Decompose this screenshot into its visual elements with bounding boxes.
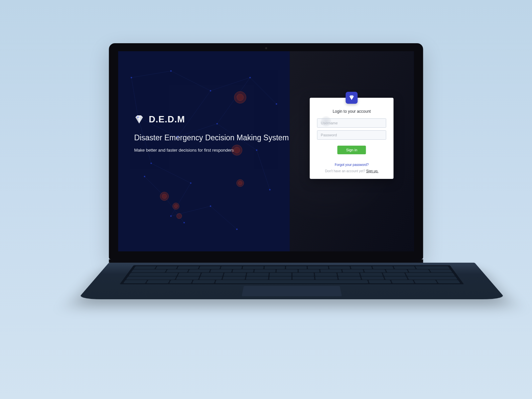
svg-point-45	[184, 222, 185, 223]
brand-row: D.E.D.M	[134, 114, 290, 125]
svg-point-41	[210, 205, 211, 207]
svg-line-14	[131, 77, 138, 117]
forgot-password-link[interactable]: Forgot your password?	[317, 163, 386, 167]
keyboard-keys	[119, 265, 464, 285]
laptop-keyboard	[77, 263, 506, 299]
svg-line-9	[171, 206, 210, 216]
svg-line-10	[210, 206, 237, 229]
laptop-screen-bezel: D.E.D.M Disaster Emergency Decision Maki…	[109, 43, 423, 259]
username-input[interactable]	[317, 118, 386, 128]
signup-link[interactable]: Sign up.	[366, 169, 378, 173]
svg-line-3	[250, 77, 276, 104]
svg-point-43	[269, 189, 270, 190]
page-tagline: Make better and faster decisions for fir…	[134, 148, 290, 153]
svg-point-32	[249, 77, 251, 78]
svg-marker-49	[135, 115, 143, 117]
login-badge-icon	[346, 92, 358, 104]
svg-point-26	[177, 213, 182, 219]
svg-point-22	[160, 192, 169, 200]
signin-button[interactable]: Sign in	[337, 146, 366, 154]
svg-line-17	[164, 196, 184, 222]
svg-line-1	[171, 71, 210, 90]
svg-marker-51	[349, 95, 354, 96]
svg-point-18	[234, 91, 246, 103]
laptop-trackpad	[242, 286, 342, 296]
svg-line-7	[151, 163, 191, 183]
svg-line-12	[178, 91, 210, 137]
svg-point-23	[162, 194, 167, 199]
svg-point-27	[236, 180, 244, 187]
svg-point-19	[237, 94, 243, 101]
brand-name: D.E.D.M	[149, 114, 185, 125]
svg-point-29	[131, 77, 132, 78]
svg-point-25	[174, 204, 178, 208]
signup-prompt: Don't have an account yet?	[325, 169, 366, 173]
svg-point-39	[190, 182, 191, 184]
login-panel: Login to your account Sign in Forgot you…	[290, 51, 414, 251]
laptop-mockup: D.E.D.M Disaster Emergency Decision Maki…	[109, 43, 423, 329]
page-headline: Disaster Emergency Decision Making Syste…	[134, 133, 290, 142]
svg-point-33	[276, 103, 277, 104]
svg-point-28	[238, 181, 242, 185]
laptop-screen: D.E.D.M Disaster Emergency Decision Maki…	[118, 51, 414, 251]
svg-line-2	[210, 77, 250, 91]
signup-row: Don't have an account yet? Sign up.	[317, 169, 386, 173]
password-input[interactable]	[317, 130, 386, 140]
svg-line-8	[171, 183, 191, 216]
svg-point-38	[150, 163, 152, 164]
app-login-screen: D.E.D.M Disaster Emergency Decision Maki…	[118, 51, 414, 251]
svg-point-31	[210, 90, 211, 91]
svg-line-0	[131, 71, 171, 77]
svg-point-24	[173, 203, 179, 209]
login-card: Login to your account Sign in Forgot you…	[310, 98, 394, 179]
svg-marker-50	[349, 96, 354, 100]
diamond-icon	[134, 115, 144, 125]
svg-point-42	[236, 228, 237, 230]
svg-line-13	[257, 150, 270, 190]
svg-line-16	[145, 177, 164, 196]
laptop-hinge	[109, 259, 423, 263]
login-title: Login to your account	[317, 109, 386, 114]
svg-point-44	[144, 176, 145, 177]
hero-panel: D.E.D.M Disaster Emergency Decision Maki…	[118, 51, 290, 251]
svg-point-30	[170, 70, 172, 71]
camera-dot	[265, 47, 267, 49]
svg-point-40	[170, 215, 172, 217]
